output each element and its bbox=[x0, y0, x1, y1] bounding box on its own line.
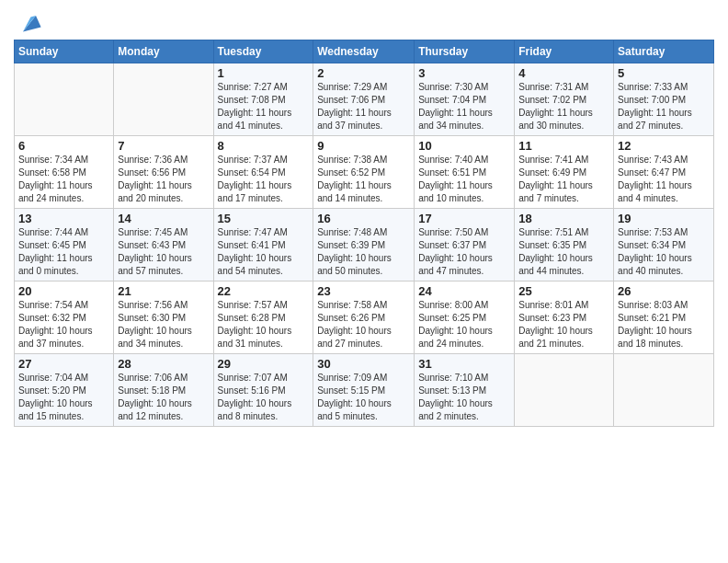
weekday-header-tuesday: Tuesday bbox=[213, 40, 313, 63]
calendar-day-13: 13Sunrise: 7:44 AM Sunset: 6:45 PM Dayli… bbox=[15, 209, 114, 282]
calendar-day-30: 30Sunrise: 7:09 AM Sunset: 5:15 PM Dayli… bbox=[313, 354, 415, 427]
day-info: Sunrise: 7:56 AM Sunset: 6:30 PM Dayligh… bbox=[118, 299, 209, 350]
day-number: 10 bbox=[418, 139, 510, 153]
weekday-header-thursday: Thursday bbox=[415, 40, 515, 63]
calendar-day-10: 10Sunrise: 7:40 AM Sunset: 6:51 PM Dayli… bbox=[415, 136, 515, 209]
day-info: Sunrise: 7:44 AM Sunset: 6:45 PM Dayligh… bbox=[18, 226, 109, 278]
day-info: Sunrise: 8:01 AM Sunset: 6:23 PM Dayligh… bbox=[518, 299, 609, 350]
calendar-day-18: 18Sunrise: 7:51 AM Sunset: 6:35 PM Dayli… bbox=[515, 209, 614, 282]
calendar-week-row: 20Sunrise: 7:54 AM Sunset: 6:32 PM Dayli… bbox=[15, 282, 714, 354]
day-number: 12 bbox=[618, 139, 710, 153]
day-info: Sunrise: 7:47 AM Sunset: 6:41 PM Dayligh… bbox=[218, 226, 310, 278]
day-number: 22 bbox=[218, 284, 310, 298]
day-number: 27 bbox=[18, 357, 109, 371]
day-info: Sunrise: 7:27 AM Sunset: 7:08 PM Dayligh… bbox=[218, 81, 310, 132]
calendar-day-27: 27Sunrise: 7:04 AM Sunset: 5:20 PM Dayli… bbox=[15, 354, 114, 427]
calendar-day-2: 2Sunrise: 7:29 AM Sunset: 7:06 PM Daylig… bbox=[313, 63, 415, 136]
day-number: 6 bbox=[18, 139, 109, 153]
day-number: 31 bbox=[418, 357, 510, 371]
calendar-day-11: 11Sunrise: 7:41 AM Sunset: 6:49 PM Dayli… bbox=[515, 136, 614, 209]
calendar-empty-cell bbox=[515, 354, 614, 427]
day-number: 13 bbox=[18, 212, 109, 225]
day-number: 2 bbox=[317, 66, 410, 80]
weekday-header-wednesday: Wednesday bbox=[313, 40, 415, 63]
calendar-day-17: 17Sunrise: 7:50 AM Sunset: 6:37 PM Dayli… bbox=[415, 209, 515, 282]
day-number: 8 bbox=[218, 139, 310, 153]
day-number: 28 bbox=[118, 357, 209, 371]
calendar-day-4: 4Sunrise: 7:31 AM Sunset: 7:02 PM Daylig… bbox=[515, 63, 614, 136]
day-info: Sunrise: 7:09 AM Sunset: 5:15 PM Dayligh… bbox=[317, 372, 410, 423]
day-number: 21 bbox=[118, 284, 209, 298]
day-number: 17 bbox=[418, 212, 510, 225]
day-info: Sunrise: 7:53 AM Sunset: 6:34 PM Dayligh… bbox=[618, 226, 710, 278]
calendar-day-3: 3Sunrise: 7:30 AM Sunset: 7:04 PM Daylig… bbox=[415, 63, 515, 136]
day-number: 1 bbox=[218, 66, 310, 80]
day-info: Sunrise: 7:29 AM Sunset: 7:06 PM Dayligh… bbox=[317, 81, 410, 132]
day-number: 7 bbox=[118, 139, 209, 153]
day-info: Sunrise: 7:54 AM Sunset: 6:32 PM Dayligh… bbox=[18, 299, 109, 350]
calendar-day-31: 31Sunrise: 7:10 AM Sunset: 5:13 PM Dayli… bbox=[415, 354, 515, 427]
calendar-empty-cell bbox=[114, 63, 213, 136]
day-number: 14 bbox=[118, 212, 209, 225]
calendar-day-14: 14Sunrise: 7:45 AM Sunset: 6:43 PM Dayli… bbox=[114, 209, 213, 282]
calendar-day-9: 9Sunrise: 7:38 AM Sunset: 6:52 PM Daylig… bbox=[313, 136, 415, 209]
logo-icon bbox=[17, 9, 42, 35]
page-header bbox=[14, 9, 714, 35]
day-info: Sunrise: 7:36 AM Sunset: 6:56 PM Dayligh… bbox=[118, 154, 209, 205]
calendar-day-12: 12Sunrise: 7:43 AM Sunset: 6:47 PM Dayli… bbox=[614, 136, 714, 209]
day-number: 3 bbox=[418, 66, 510, 80]
day-number: 16 bbox=[317, 212, 410, 225]
calendar-day-7: 7Sunrise: 7:36 AM Sunset: 6:56 PM Daylig… bbox=[114, 136, 213, 209]
calendar-day-29: 29Sunrise: 7:07 AM Sunset: 5:16 PM Dayli… bbox=[213, 354, 313, 427]
day-info: Sunrise: 8:03 AM Sunset: 6:21 PM Dayligh… bbox=[618, 299, 710, 350]
calendar-day-23: 23Sunrise: 7:58 AM Sunset: 6:26 PM Dayli… bbox=[313, 282, 415, 354]
calendar-day-21: 21Sunrise: 7:56 AM Sunset: 6:30 PM Dayli… bbox=[114, 282, 213, 354]
weekday-header-saturday: Saturday bbox=[614, 40, 714, 63]
day-info: Sunrise: 7:31 AM Sunset: 7:02 PM Dayligh… bbox=[518, 81, 609, 132]
calendar-day-19: 19Sunrise: 7:53 AM Sunset: 6:34 PM Dayli… bbox=[614, 209, 714, 282]
day-number: 26 bbox=[618, 284, 710, 298]
weekday-header-friday: Friday bbox=[515, 40, 614, 63]
day-number: 19 bbox=[618, 212, 710, 225]
calendar-day-8: 8Sunrise: 7:37 AM Sunset: 6:54 PM Daylig… bbox=[213, 136, 313, 209]
day-number: 18 bbox=[518, 212, 609, 225]
calendar-header-row: SundayMondayTuesdayWednesdayThursdayFrid… bbox=[15, 40, 714, 63]
calendar-day-1: 1Sunrise: 7:27 AM Sunset: 7:08 PM Daylig… bbox=[213, 63, 313, 136]
calendar-day-16: 16Sunrise: 7:48 AM Sunset: 6:39 PM Dayli… bbox=[313, 209, 415, 282]
weekday-header-sunday: Sunday bbox=[15, 40, 114, 63]
day-info: Sunrise: 7:10 AM Sunset: 5:13 PM Dayligh… bbox=[418, 372, 510, 423]
day-info: Sunrise: 7:30 AM Sunset: 7:04 PM Dayligh… bbox=[418, 81, 510, 132]
day-number: 4 bbox=[518, 66, 609, 80]
day-number: 29 bbox=[218, 357, 310, 371]
calendar-empty-cell bbox=[15, 63, 114, 136]
day-info: Sunrise: 7:04 AM Sunset: 5:20 PM Dayligh… bbox=[18, 372, 109, 423]
day-info: Sunrise: 7:58 AM Sunset: 6:26 PM Dayligh… bbox=[317, 299, 410, 350]
weekday-header-monday: Monday bbox=[114, 40, 213, 63]
day-number: 30 bbox=[317, 357, 410, 371]
day-number: 15 bbox=[218, 212, 310, 225]
day-info: Sunrise: 7:45 AM Sunset: 6:43 PM Dayligh… bbox=[118, 226, 209, 278]
day-number: 24 bbox=[418, 284, 510, 298]
day-info: Sunrise: 7:07 AM Sunset: 5:16 PM Dayligh… bbox=[218, 372, 310, 423]
day-info: Sunrise: 7:40 AM Sunset: 6:51 PM Dayligh… bbox=[418, 154, 510, 205]
day-number: 23 bbox=[317, 284, 410, 298]
calendar-day-28: 28Sunrise: 7:06 AM Sunset: 5:18 PM Dayli… bbox=[114, 354, 213, 427]
calendar-day-26: 26Sunrise: 8:03 AM Sunset: 6:21 PM Dayli… bbox=[614, 282, 714, 354]
day-number: 20 bbox=[18, 284, 109, 298]
day-info: Sunrise: 7:06 AM Sunset: 5:18 PM Dayligh… bbox=[118, 372, 209, 423]
calendar-week-row: 1Sunrise: 7:27 AM Sunset: 7:08 PM Daylig… bbox=[15, 63, 714, 136]
day-number: 5 bbox=[618, 66, 710, 80]
calendar-table: SundayMondayTuesdayWednesdayThursdayFrid… bbox=[14, 40, 714, 427]
day-info: Sunrise: 7:57 AM Sunset: 6:28 PM Dayligh… bbox=[218, 299, 310, 350]
calendar-week-row: 27Sunrise: 7:04 AM Sunset: 5:20 PM Dayli… bbox=[15, 354, 714, 427]
day-info: Sunrise: 7:38 AM Sunset: 6:52 PM Dayligh… bbox=[317, 154, 410, 205]
day-info: Sunrise: 7:33 AM Sunset: 7:00 PM Dayligh… bbox=[618, 81, 710, 132]
calendar-day-22: 22Sunrise: 7:57 AM Sunset: 6:28 PM Dayli… bbox=[213, 282, 313, 354]
calendar-day-6: 6Sunrise: 7:34 AM Sunset: 6:58 PM Daylig… bbox=[15, 136, 114, 209]
day-info: Sunrise: 7:43 AM Sunset: 6:47 PM Dayligh… bbox=[618, 154, 710, 205]
day-info: Sunrise: 8:00 AM Sunset: 6:25 PM Dayligh… bbox=[418, 299, 510, 350]
day-info: Sunrise: 7:48 AM Sunset: 6:39 PM Dayligh… bbox=[317, 226, 410, 278]
calendar-day-5: 5Sunrise: 7:33 AM Sunset: 7:00 PM Daylig… bbox=[614, 63, 714, 136]
logo bbox=[14, 9, 42, 35]
day-info: Sunrise: 7:41 AM Sunset: 6:49 PM Dayligh… bbox=[518, 154, 609, 205]
